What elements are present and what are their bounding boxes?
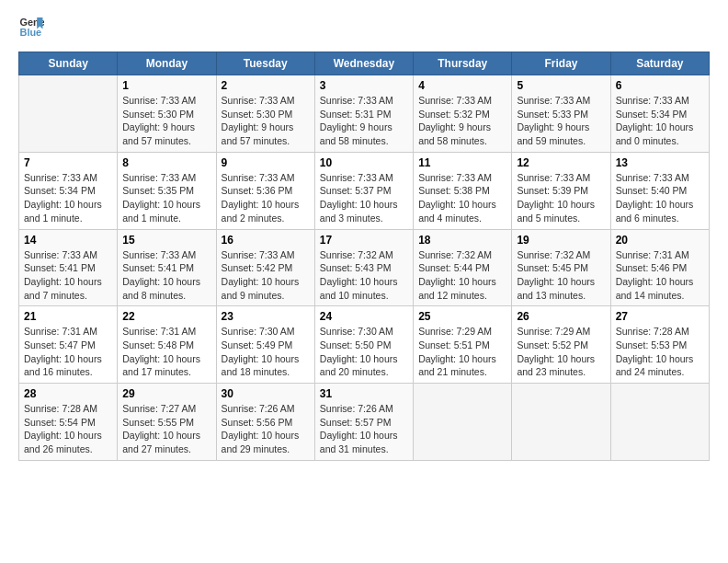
day-info: Sunrise: 7:33 AMSunset: 5:40 PMDaylight:… — [616, 171, 704, 225]
day-number: 25 — [418, 310, 506, 323]
day-info: Sunrise: 7:33 AMSunset: 5:41 PMDaylight:… — [122, 248, 210, 303]
page-header: General Blue — [18, 15, 710, 40]
svg-text:Blue: Blue — [20, 27, 42, 38]
day-number: 13 — [616, 156, 704, 169]
calendar-header-row: SundayMondayTuesdayWednesdayThursdayFrid… — [19, 52, 710, 75]
calendar-cell: 20Sunrise: 7:31 AMSunset: 5:46 PMDayligh… — [610, 229, 709, 306]
day-number: 4 — [418, 79, 506, 92]
day-info: Sunrise: 7:31 AMSunset: 5:47 PMDaylight:… — [24, 325, 112, 379]
day-info: Sunrise: 7:32 AMSunset: 5:44 PMDaylight:… — [418, 248, 506, 303]
day-number: 30 — [222, 387, 310, 400]
day-number: 2 — [222, 79, 310, 92]
column-header-thursday: Thursday — [414, 52, 512, 75]
logo-icon: General Blue — [18, 15, 44, 40]
calendar-cell — [19, 75, 118, 153]
day-info: Sunrise: 7:33 AMSunset: 5:38 PMDaylight:… — [418, 171, 506, 225]
calendar-cell — [414, 384, 512, 461]
calendar-week-5: 28Sunrise: 7:28 AMSunset: 5:54 PMDayligh… — [19, 384, 710, 461]
calendar-week-2: 7Sunrise: 7:33 AMSunset: 5:34 PMDaylight… — [19, 152, 710, 229]
day-number: 26 — [517, 310, 605, 323]
calendar-cell — [512, 384, 610, 461]
day-number: 5 — [517, 79, 605, 92]
calendar-cell: 19Sunrise: 7:32 AMSunset: 5:45 PMDayligh… — [512, 229, 610, 306]
day-number: 24 — [320, 310, 408, 323]
day-info: Sunrise: 7:33 AMSunset: 5:42 PMDaylight:… — [222, 248, 310, 303]
calendar-cell: 12Sunrise: 7:33 AMSunset: 5:39 PMDayligh… — [512, 152, 610, 229]
day-number: 1 — [122, 79, 210, 92]
calendar-cell: 14Sunrise: 7:33 AMSunset: 5:41 PMDayligh… — [19, 229, 118, 306]
calendar-cell: 26Sunrise: 7:29 AMSunset: 5:52 PMDayligh… — [512, 306, 610, 384]
day-info: Sunrise: 7:33 AMSunset: 5:30 PMDaylight:… — [222, 94, 310, 148]
day-info: Sunrise: 7:30 AMSunset: 5:49 PMDaylight:… — [222, 325, 310, 379]
column-header-tuesday: Tuesday — [216, 52, 314, 75]
calendar-week-3: 14Sunrise: 7:33 AMSunset: 5:41 PMDayligh… — [19, 229, 710, 306]
day-number: 20 — [616, 234, 704, 247]
day-number: 15 — [122, 234, 210, 247]
calendar-week-4: 21Sunrise: 7:31 AMSunset: 5:47 PMDayligh… — [19, 306, 710, 384]
day-info: Sunrise: 7:28 AMSunset: 5:53 PMDaylight:… — [616, 325, 704, 379]
day-info: Sunrise: 7:33 AMSunset: 5:34 PMDaylight:… — [616, 94, 704, 148]
calendar-cell: 3Sunrise: 7:33 AMSunset: 5:31 PMDaylight… — [314, 75, 413, 153]
day-number: 8 — [122, 156, 210, 169]
calendar-body: 1Sunrise: 7:33 AMSunset: 5:30 PMDaylight… — [19, 75, 710, 461]
calendar-cell: 18Sunrise: 7:32 AMSunset: 5:44 PMDayligh… — [414, 229, 512, 306]
day-number: 14 — [24, 234, 112, 247]
day-number: 9 — [222, 156, 310, 169]
calendar-cell: 9Sunrise: 7:33 AMSunset: 5:36 PMDaylight… — [216, 152, 314, 229]
column-header-sunday: Sunday — [19, 52, 118, 75]
calendar-cell: 24Sunrise: 7:30 AMSunset: 5:50 PMDayligh… — [314, 306, 413, 384]
day-info: Sunrise: 7:32 AMSunset: 5:45 PMDaylight:… — [517, 248, 605, 303]
calendar-cell: 17Sunrise: 7:32 AMSunset: 5:43 PMDayligh… — [314, 229, 413, 306]
day-info: Sunrise: 7:33 AMSunset: 5:34 PMDaylight:… — [24, 171, 112, 225]
calendar-cell: 6Sunrise: 7:33 AMSunset: 5:34 PMDaylight… — [610, 75, 709, 153]
day-number: 21 — [24, 310, 112, 323]
calendar-cell: 21Sunrise: 7:31 AMSunset: 5:47 PMDayligh… — [19, 306, 118, 384]
calendar-cell: 29Sunrise: 7:27 AMSunset: 5:55 PMDayligh… — [118, 384, 216, 461]
calendar-cell: 22Sunrise: 7:31 AMSunset: 5:48 PMDayligh… — [118, 306, 216, 384]
day-info: Sunrise: 7:33 AMSunset: 5:32 PMDaylight:… — [418, 94, 506, 148]
calendar-cell: 31Sunrise: 7:26 AMSunset: 5:57 PMDayligh… — [314, 384, 413, 461]
calendar-cell: 4Sunrise: 7:33 AMSunset: 5:32 PMDaylight… — [414, 75, 512, 153]
day-info: Sunrise: 7:32 AMSunset: 5:43 PMDaylight:… — [320, 248, 408, 303]
calendar-cell: 5Sunrise: 7:33 AMSunset: 5:33 PMDaylight… — [512, 75, 610, 153]
calendar-cell: 23Sunrise: 7:30 AMSunset: 5:49 PMDayligh… — [216, 306, 314, 384]
calendar-table: SundayMondayTuesdayWednesdayThursdayFrid… — [18, 52, 710, 461]
column-header-wednesday: Wednesday — [314, 52, 413, 75]
calendar-week-1: 1Sunrise: 7:33 AMSunset: 5:30 PMDaylight… — [19, 75, 710, 153]
day-info: Sunrise: 7:33 AMSunset: 5:39 PMDaylight:… — [517, 171, 605, 225]
calendar-cell: 1Sunrise: 7:33 AMSunset: 5:30 PMDaylight… — [118, 75, 216, 153]
day-info: Sunrise: 7:27 AMSunset: 5:55 PMDaylight:… — [122, 402, 210, 456]
day-number: 10 — [320, 156, 408, 169]
calendar-cell: 28Sunrise: 7:28 AMSunset: 5:54 PMDayligh… — [19, 384, 118, 461]
calendar-cell: 25Sunrise: 7:29 AMSunset: 5:51 PMDayligh… — [414, 306, 512, 384]
calendar-cell: 2Sunrise: 7:33 AMSunset: 5:30 PMDaylight… — [216, 75, 314, 153]
calendar-cell: 13Sunrise: 7:33 AMSunset: 5:40 PMDayligh… — [610, 152, 709, 229]
calendar-cell: 7Sunrise: 7:33 AMSunset: 5:34 PMDaylight… — [19, 152, 118, 229]
calendar-cell: 10Sunrise: 7:33 AMSunset: 5:37 PMDayligh… — [314, 152, 413, 229]
day-number: 3 — [320, 79, 408, 92]
day-info: Sunrise: 7:33 AMSunset: 5:31 PMDaylight:… — [320, 94, 408, 148]
day-info: Sunrise: 7:33 AMSunset: 5:41 PMDaylight:… — [24, 248, 112, 303]
day-info: Sunrise: 7:31 AMSunset: 5:48 PMDaylight:… — [122, 325, 210, 379]
day-info: Sunrise: 7:33 AMSunset: 5:35 PMDaylight:… — [122, 171, 210, 225]
day-number: 11 — [418, 156, 506, 169]
day-number: 23 — [222, 310, 310, 323]
day-number: 22 — [122, 310, 210, 323]
day-number: 16 — [222, 234, 310, 247]
day-number: 28 — [24, 387, 112, 400]
day-info: Sunrise: 7:33 AMSunset: 5:30 PMDaylight:… — [122, 94, 210, 148]
day-number: 7 — [24, 156, 112, 169]
day-info: Sunrise: 7:31 AMSunset: 5:46 PMDaylight:… — [616, 248, 704, 303]
calendar-cell: 8Sunrise: 7:33 AMSunset: 5:35 PMDaylight… — [118, 152, 216, 229]
day-number: 29 — [122, 387, 210, 400]
calendar-cell: 15Sunrise: 7:33 AMSunset: 5:41 PMDayligh… — [118, 229, 216, 306]
calendar-cell: 27Sunrise: 7:28 AMSunset: 5:53 PMDayligh… — [610, 306, 709, 384]
day-info: Sunrise: 7:30 AMSunset: 5:50 PMDaylight:… — [320, 325, 408, 379]
day-info: Sunrise: 7:33 AMSunset: 5:36 PMDaylight:… — [222, 171, 310, 225]
day-number: 31 — [320, 387, 408, 400]
day-info: Sunrise: 7:26 AMSunset: 5:57 PMDaylight:… — [320, 402, 408, 456]
day-number: 19 — [517, 234, 605, 247]
day-info: Sunrise: 7:29 AMSunset: 5:51 PMDaylight:… — [418, 325, 506, 379]
column-header-monday: Monday — [118, 52, 216, 75]
day-info: Sunrise: 7:33 AMSunset: 5:33 PMDaylight:… — [517, 94, 605, 148]
